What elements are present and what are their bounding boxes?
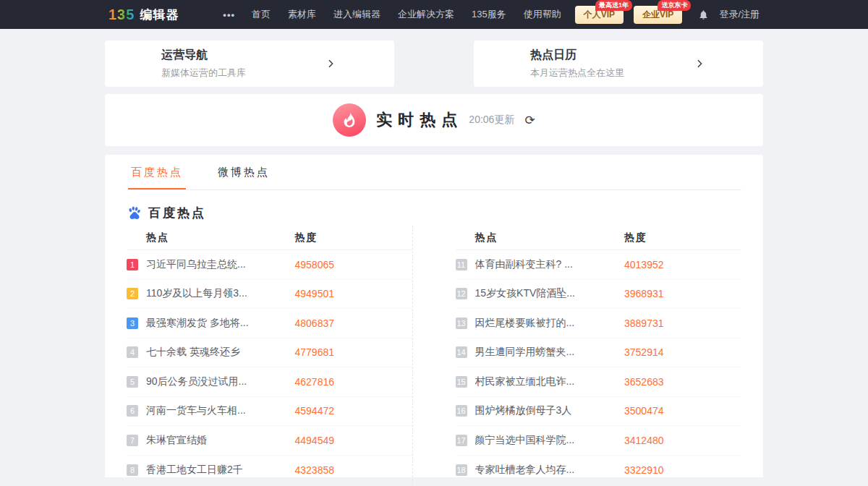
banner-title: 实时热点 <box>376 109 463 131</box>
update-time: 20:06更新 <box>469 114 514 127</box>
heat-value: 4627816 <box>295 376 412 388</box>
logo-135: 135 <box>109 7 135 23</box>
nav-menu: ••• 首页 素材库 进入编辑器 企业解决方案 135服务 使用帮助 个人VIP… <box>216 0 760 29</box>
logo[interactable]: 135 编辑器 <box>109 7 179 23</box>
topic-title: 男生遭同学用螃蟹夹... <box>475 346 575 359</box>
topic-title: 香港工地女工日赚2千 <box>146 464 243 477</box>
rank-badge: 5 <box>127 376 138 388</box>
nav-item-enterprise-solutions[interactable]: 企业解决方案 <box>390 0 462 29</box>
logo-editor-text: 编辑器 <box>140 7 179 23</box>
card-hot-calendar[interactable]: 热点日历 本月运营热点全在这里 <box>474 40 763 87</box>
hot-row[interactable]: 4 七十余载 英魂终还乡 4779681 <box>127 338 412 368</box>
chevron-right-icon <box>325 58 336 69</box>
rank-badge: 16 <box>456 405 467 417</box>
nav-item-135-services[interactable]: 135服务 <box>464 0 514 29</box>
hot-row[interactable]: 18 专家吐槽老拿人均存... 3322910 <box>456 456 741 485</box>
col-header-topic: 热点 <box>146 231 169 244</box>
topic-title: 90后公务员没过试用... <box>146 375 247 388</box>
table-header: 热点 热度 <box>127 226 412 250</box>
tab-baidu-hot[interactable]: 百度热点 <box>128 155 186 189</box>
more-menu-icon[interactable]: ••• <box>216 9 242 20</box>
col-header-topic: 热点 <box>475 231 498 244</box>
topic-title: 七十余载 英魂终还乡 <box>146 346 240 359</box>
hot-row[interactable]: 16 围炉烤橘放倒母子3人 3500474 <box>456 397 741 427</box>
hot-row[interactable]: 8 香港工地女工日赚2千 4323858 <box>127 456 412 485</box>
hot-tables: 热点 热度 1 习近平同乌拉圭总统... 4958065 2 110岁及以上每月… <box>127 226 741 485</box>
login-register-link[interactable]: 登录/注册 <box>719 8 760 21</box>
notification-bell-icon[interactable] <box>698 9 709 20</box>
rank-badge: 6 <box>127 405 138 417</box>
personal-vip-label: 个人VIP <box>584 9 615 20</box>
hot-row[interactable]: 17 颜宁当选中国科学院... 3412480 <box>456 426 741 456</box>
rank-badge: 4 <box>127 346 138 358</box>
heat-value: 3412480 <box>624 435 741 446</box>
heat-value: 3968931 <box>624 288 741 299</box>
hot-row[interactable]: 6 河南一货车与火车相... 4594472 <box>127 397 412 427</box>
topic-title: 习近平同乌拉圭总统... <box>146 258 246 271</box>
rank-badge: 13 <box>456 317 467 329</box>
hot-list-panel: 百度热点 微博热点 百度热点 热点 热度 1 习近平同乌拉圭总统... 4958… <box>105 155 763 477</box>
baidu-paw-icon <box>127 205 142 221</box>
hot-row[interactable]: 15 村民家被立缅北电诈... 3652683 <box>456 367 741 397</box>
topic-title: 专家吐槽老拿人均存... <box>475 464 575 477</box>
navbar: 135 编辑器 ••• 首页 素材库 进入编辑器 企业解决方案 135服务 使用… <box>0 0 868 29</box>
hot-row[interactable]: 1 习近平同乌拉圭总统... 4958065 <box>127 250 412 280</box>
flame-icon <box>333 103 366 137</box>
hot-table-right: 热点 热度 11 体育由副科变主科? ... 4013952 12 15岁女孩K… <box>456 226 741 485</box>
topic-title: 围炉烤橘放倒母子3人 <box>475 404 572 417</box>
col-header-heat: 热度 <box>295 231 412 244</box>
heat-value: 4779681 <box>295 346 412 358</box>
heat-value: 4494549 <box>295 435 412 446</box>
card-title: 运营导航 <box>161 48 246 63</box>
topic-title: 体育由副科变主科? ... <box>475 258 573 271</box>
topic-title: 朱琳官宣结婚 <box>146 434 207 447</box>
nav-item-editor[interactable]: 进入编辑器 <box>326 0 388 29</box>
heat-value: 4323858 <box>295 464 412 476</box>
rank-badge: 14 <box>456 346 467 358</box>
topic-title: 颜宁当选中国科学院... <box>475 434 575 447</box>
enterprise-vip-button[interactable]: 企业VIP 送京东卡 <box>634 6 682 24</box>
hot-row[interactable]: 5 90后公务员没过试用... 4627816 <box>127 367 412 397</box>
hot-row[interactable]: 7 朱琳官宣结婚 4494549 <box>127 426 412 456</box>
chevron-right-icon <box>694 58 705 69</box>
hot-row[interactable]: 2 110岁及以上每月领3... 4949501 <box>127 280 412 310</box>
topic-title: 村民家被立缅北电诈... <box>475 375 575 388</box>
heat-value: 3652683 <box>624 376 741 388</box>
card-text: 热点日历 本月运营热点全在这里 <box>530 48 624 80</box>
rank-badge: 2 <box>127 288 138 299</box>
personal-vip-button[interactable]: 个人VIP 最高送1年 <box>575 6 624 24</box>
hot-row[interactable]: 11 体育由副科变主科? ... 4013952 <box>456 250 741 280</box>
heat-value: 3889731 <box>624 317 741 329</box>
quick-link-cards: 运营导航 新媒体运营的工具库 热点日历 本月运营热点全在这里 <box>105 40 763 87</box>
hot-table-left: 热点 热度 1 习近平同乌拉圭总统... 4958065 2 110岁及以上每月… <box>127 226 413 485</box>
rank-badge: 1 <box>127 259 138 270</box>
hot-row[interactable]: 13 因烂尾楼要账被打的... 3889731 <box>456 309 741 338</box>
nav-item-help[interactable]: 使用帮助 <box>516 0 569 29</box>
enterprise-vip-promo-badge: 送京东卡 <box>658 0 691 11</box>
hot-row[interactable]: 12 15岁女孩KTV陪酒坠... 3968931 <box>456 280 741 310</box>
heat-value: 4806837 <box>295 317 412 329</box>
col-header-heat: 热度 <box>624 231 741 244</box>
card-operation-navigation[interactable]: 运营导航 新媒体运营的工具库 <box>105 40 394 87</box>
rank-badge: 3 <box>127 317 138 329</box>
rank-badge: 12 <box>456 288 467 299</box>
heat-value: 4594472 <box>295 405 412 417</box>
rank-badge: 15 <box>456 376 467 388</box>
section-header: 百度热点 <box>127 205 741 221</box>
nav-item-materials[interactable]: 素材库 <box>280 0 324 29</box>
table-header: 热点 热度 <box>456 226 741 250</box>
hot-row[interactable]: 3 最强寒潮发货 多地将... 4806837 <box>127 309 412 338</box>
rank-badge: 17 <box>456 435 467 446</box>
card-subtitle: 新媒体运营的工具库 <box>161 67 246 80</box>
realtime-hot-banner: 实时热点 20:06更新 ⟳ <box>105 94 763 146</box>
topic-title: 因烂尾楼要账被打的... <box>475 317 575 330</box>
topic-title: 15岁女孩KTV陪酒坠... <box>475 287 575 300</box>
tab-weibo-hot[interactable]: 微博热点 <box>215 155 273 189</box>
rank-badge: 8 <box>127 464 138 476</box>
hot-row[interactable]: 14 男生遭同学用螃蟹夹... 3752914 <box>456 338 741 368</box>
refresh-icon[interactable]: ⟳ <box>524 113 535 127</box>
topic-title: 110岁及以上每月领3... <box>146 287 247 300</box>
section-title: 百度热点 <box>148 205 206 221</box>
nav-item-home[interactable]: 首页 <box>244 0 278 29</box>
heat-value: 4949501 <box>295 288 412 299</box>
